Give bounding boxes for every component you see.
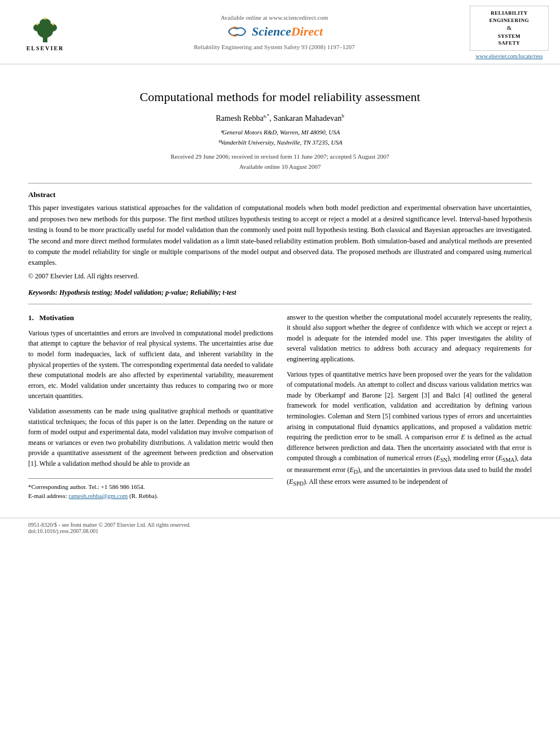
- journal-box-line2: ENGINEERING: [475, 17, 544, 24]
- footnote-email: E-mail address: ramesh.rebba@gm.com (R. …: [28, 491, 273, 501]
- section1-heading: Motivation: [40, 313, 74, 322]
- sciencedirect-text: ScienceDirect: [252, 24, 323, 39]
- footnote-corresponding: *Corresponding author. Tel.: +1 586 986 …: [28, 482, 273, 492]
- elsevier-tree-icon: [27, 13, 64, 44]
- journal-box-line5: SAFETY: [475, 40, 544, 47]
- section1-title: 1. Motivation: [28, 312, 273, 324]
- svg-point-4: [40, 19, 51, 28]
- authors: Ramesh Rebbaa,*, Sankaran Mahadevanb: [28, 113, 532, 123]
- footer-doi: doi:10.1016/j.ress.2007.08.001: [28, 528, 98, 534]
- affiliation-a: ᵃGeneral Motors R&D, Warren, MI 48090, U…: [28, 128, 532, 138]
- keywords-values: Hypothesis testing; Model validation; p-…: [59, 289, 236, 296]
- two-column-body: 1. Motivation Various types of uncertain…: [28, 312, 532, 501]
- col2-paragraph2: Various types of quantitative metrics ha…: [287, 369, 532, 488]
- abstract-section: Abstract This paper investigates various…: [28, 190, 532, 280]
- svg-point-7: [44, 18, 46, 20]
- footnote-area: *Corresponding author. Tel.: +1 586 986 …: [28, 478, 273, 501]
- journal-box-line4: SYSTEM: [475, 33, 544, 40]
- elsevier-wordmark: ELSEVIER: [27, 45, 64, 51]
- right-column: answer to the question whether the compu…: [287, 312, 532, 501]
- title-divider: [28, 183, 532, 184]
- footer-bar: 0951-8320/$ - see front matter © 2007 El…: [0, 518, 560, 538]
- page: ELSEVIER Available online at www.science…: [0, 0, 560, 747]
- left-column: 1. Motivation Various types of uncertain…: [28, 312, 273, 501]
- svg-point-6: [52, 23, 54, 25]
- journal-box: RELIABILITY ENGINEERING & SYSTEM SAFETY: [470, 6, 549, 51]
- col1-paragraph2: Validation assessments can be made using…: [28, 406, 273, 469]
- main-content: Computational methods for model reliabil…: [0, 64, 560, 512]
- header: ELSEVIER Available online at www.science…: [0, 0, 560, 64]
- available-online-date: Available online 10 August 2007: [28, 162, 532, 172]
- footer-issn: 0951-8320/$ - see front matter © 2007 El…: [28, 522, 191, 528]
- journal-box-area: RELIABILITY ENGINEERING & SYSTEM SAFETY …: [470, 6, 549, 59]
- elsevier-logo-area: ELSEVIER: [11, 13, 79, 51]
- sciencedirect-area: Available online at www.sciencedirect.co…: [79, 14, 470, 50]
- keywords-line: Keywords: Hypothesis testing; Model vali…: [28, 289, 532, 297]
- svg-point-5: [36, 23, 38, 25]
- received-dates: Received 29 June 2006; received in revis…: [28, 152, 532, 172]
- section1-number: 1.: [28, 313, 34, 322]
- journal-url[interactable]: www.elsevier.com/locate/ress: [470, 53, 549, 59]
- science-text: Science: [252, 24, 291, 38]
- col2-paragraph1: answer to the question whether the compu…: [287, 312, 532, 365]
- journal-citation: Reliability Engineering and System Safet…: [79, 43, 470, 50]
- copyright: © 2007 Elsevier Ltd. All rights reserved…: [28, 272, 532, 281]
- abstract-title: Abstract: [28, 190, 532, 199]
- received-text: Received 29 June 2006; received in revis…: [28, 152, 532, 162]
- sciencedirect-logo: ScienceDirect: [79, 23, 470, 40]
- journal-box-amp: &: [475, 24, 544, 32]
- direct-text: Direct: [291, 24, 323, 38]
- col1-paragraph1: Various types of uncertainties and error…: [28, 328, 273, 401]
- keywords-label: Keywords:: [28, 289, 58, 296]
- abstract-text: This paper investigates various statisti…: [28, 203, 532, 268]
- abstract-divider: [28, 304, 532, 304]
- affiliations: ᵃGeneral Motors R&D, Warren, MI 48090, U…: [28, 128, 532, 147]
- affiliation-b: ᵇVanderbilt University, Nashville, TN 37…: [28, 138, 532, 148]
- email-link[interactable]: ramesh.rebba@gm.com: [68, 492, 128, 499]
- available-online-text: Available online at www.sciencedirect.co…: [79, 14, 470, 21]
- article-title: Computational methods for model reliabil…: [28, 89, 532, 106]
- sd-logo-icon: [226, 23, 248, 40]
- journal-box-line1: RELIABILITY: [475, 10, 544, 17]
